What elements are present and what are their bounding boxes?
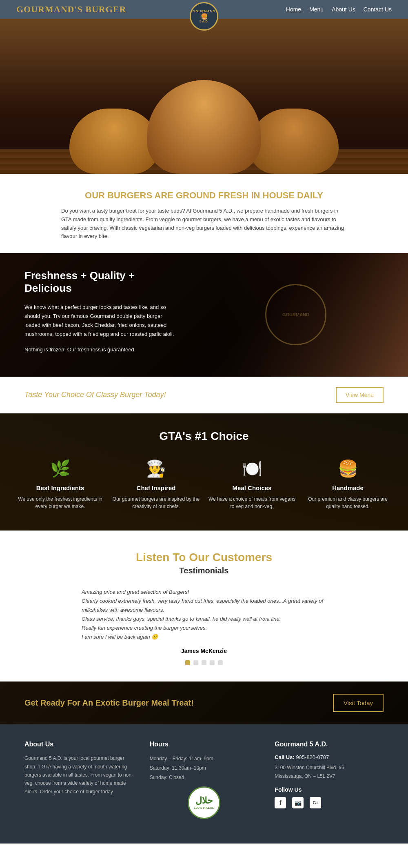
cta-bar: Taste Your Choice Of Classy Burger Today… xyxy=(0,377,408,413)
call-label: Call Us: xyxy=(275,754,294,760)
nav-contact[interactable]: Contact Us xyxy=(364,6,392,13)
burger-center xyxy=(147,80,261,174)
handmade-name: Handmade xyxy=(304,484,392,491)
fq-watermark: GOURMAND xyxy=(265,284,326,345)
fq-text1: We know what a perfect burger looks and … xyxy=(24,303,180,339)
testimonial-text: Amazing price and great selection of Bur… xyxy=(82,588,326,642)
chef-desc: Our gourmet burgers are inspired by the … xyxy=(112,495,200,510)
phone-number: 905-820-0707 xyxy=(296,754,329,760)
brand-title: GOURMAND'S BURGER xyxy=(16,4,126,15)
testimonial-author: James McKenzie xyxy=(82,648,326,654)
nav-menu[interactable]: Menu xyxy=(309,6,324,13)
footer-hours-sun: Sunday: Closed xyxy=(150,773,259,782)
dot-3[interactable] xyxy=(202,660,206,665)
footer: About Us Gourmand 5 A.D. is your local g… xyxy=(0,724,408,843)
footer-about: About Us Gourmand 5 A.D. is your local g… xyxy=(24,741,133,819)
burger-plate xyxy=(57,80,351,174)
dot-4[interactable] xyxy=(210,660,215,665)
visit-cta-text: Get Ready For An Exotic Burger Meal Trea… xyxy=(24,698,194,708)
footer-phone: Call Us: 905-820-0707 xyxy=(275,754,384,760)
ingredients-icon: 🌿 xyxy=(16,459,104,478)
handmade-desc: Our premium and classy burgers are quali… xyxy=(304,495,392,510)
logo: GOURMAND 🍔 5 A.D. xyxy=(190,2,218,31)
halal-badge: حلال 100% HALAL xyxy=(188,786,220,819)
dot-5[interactable] xyxy=(218,660,223,665)
site-header: GOURMAND'S BURGER GOURMAND 🍔 5 A.D. Home… xyxy=(0,0,408,19)
feature-ingredients: 🌿 Best Ingredients We use only the fresh… xyxy=(16,459,104,510)
cta-text: Taste Your Choice Of Classy Burger Today… xyxy=(24,391,166,399)
dot-1[interactable] xyxy=(185,660,190,665)
ingredients-name: Best Ingredients xyxy=(16,484,104,491)
chef-icon: 👨‍🍳 xyxy=(112,459,200,478)
testimonial-content: Amazing price and great selection of Bur… xyxy=(82,588,326,666)
google-plus-icon[interactable]: G+ xyxy=(310,797,321,808)
fresh-title: OUR BURGERS ARE GROUND FRESH IN HOUSE DA… xyxy=(24,190,384,201)
gta-section: GTA's #1 Choice 🌿 Best Ingredients We us… xyxy=(0,413,408,531)
meal-icon: 🍽️ xyxy=(208,459,296,478)
testimonials-section: Listen To Our Customers Testimonials Ama… xyxy=(0,531,408,682)
fresh-section: OUR BURGERS ARE GROUND FRESH IN HOUSE DA… xyxy=(0,174,408,253)
instagram-icon[interactable]: 📷 xyxy=(292,797,304,808)
social-icons: f 📷 G+ xyxy=(275,797,384,808)
logo-text: GOURMAND 🍔 5 A.D. xyxy=(193,9,215,23)
hero-section xyxy=(0,19,408,174)
testimonial-dots xyxy=(82,660,326,665)
burger-left xyxy=(69,109,159,174)
view-menu-button[interactable]: View Menu xyxy=(336,387,384,403)
halal-text: 100% HALAL xyxy=(194,806,214,810)
footer-contact: Gourmand 5 A.D. Call Us: 905-820-0707 31… xyxy=(275,741,384,819)
halal-wrap: حلال 100% HALAL xyxy=(150,786,259,819)
footer-hours-sat: Saturday: 11:30am–10pm xyxy=(150,764,259,773)
burger-right xyxy=(249,109,339,174)
follow-us-label: Follow Us xyxy=(275,786,384,793)
feature-chef: 👨‍🍳 Chef Inspired Our gourmet burgers ar… xyxy=(112,459,200,510)
visit-today-button[interactable]: Visit Today xyxy=(333,694,384,712)
testimonials-sub: Testimonials xyxy=(24,566,384,575)
footer-about-text: Gourmand 5 A.D. is your local gourmet bu… xyxy=(24,754,133,796)
nav-about[interactable]: About Us xyxy=(332,6,355,13)
fq-content: Freshness + Quality + Delicious We know … xyxy=(24,269,180,360)
footer-address: 3100 Winston Churchill Blvd, #6Mississau… xyxy=(275,764,384,780)
feature-handmade: 🍔 Handmade Our premium and classy burger… xyxy=(304,459,392,510)
chef-name: Chef Inspired xyxy=(112,484,200,491)
halal-arabic: حلال xyxy=(195,795,213,806)
nav-home[interactable]: Home xyxy=(286,6,301,13)
testimonials-title: Listen To Our Customers xyxy=(24,551,384,564)
fq-text2: Nothing is frozen! Our freshness is guar… xyxy=(24,345,180,354)
footer-hours-mon: Monday – Friday: 11am–9pm xyxy=(150,754,259,764)
fresh-text: Do you want a tasty burger treat for you… xyxy=(61,207,347,241)
footer-grid: About Us Gourmand 5 A.D. is your local g… xyxy=(24,741,384,819)
footer-contact-title: Gourmand 5 A.D. xyxy=(275,741,384,748)
ingredients-desc: We use only the freshest ingredients in … xyxy=(16,495,104,510)
features-grid: 🌿 Best Ingredients We use only the fresh… xyxy=(16,459,392,510)
fq-section: Freshness + Quality + Delicious We know … xyxy=(0,253,408,376)
meal-desc: We have a choice of meals from vegans to… xyxy=(208,495,296,510)
footer-about-title: About Us xyxy=(24,741,133,748)
hero-overlay xyxy=(0,19,408,174)
fq-title: Freshness + Quality + Delicious xyxy=(24,269,180,295)
main-nav: Home Menu About Us Contact Us xyxy=(286,6,392,13)
visit-cta-section: Get Ready For An Exotic Burger Meal Trea… xyxy=(0,682,408,724)
gta-title: GTA's #1 Choice xyxy=(16,430,392,443)
meal-name: Meal Choices xyxy=(208,484,296,491)
handmade-icon: 🍔 xyxy=(304,459,392,478)
dot-2[interactable] xyxy=(193,660,198,665)
facebook-icon[interactable]: f xyxy=(275,797,286,808)
feature-meal: 🍽️ Meal Choices We have a choice of meal… xyxy=(208,459,296,510)
footer-hours: Hours Monday – Friday: 11am–9pm Saturday… xyxy=(150,741,259,819)
footer-hours-title: Hours xyxy=(150,741,259,748)
